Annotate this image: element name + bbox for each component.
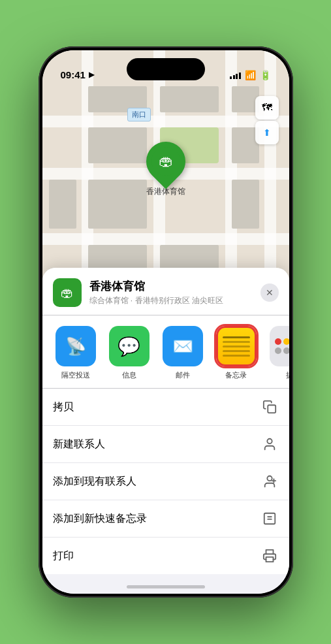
venue-detail: 综合体育馆 · 香港特别行政区 油尖旺区 — [89, 295, 260, 306]
copy-label: 拷贝 — [53, 400, 74, 414]
pin-inner: 🏟 — [151, 147, 180, 176]
dot-red — [275, 338, 281, 345]
close-button[interactable]: ✕ — [260, 283, 279, 302]
building-2 — [160, 86, 219, 112]
dot-yellow — [283, 338, 289, 345]
signal-icon — [230, 71, 241, 79]
road-h-3 — [42, 233, 289, 245]
notes-line-2 — [223, 341, 250, 343]
notes-line-1 — [223, 336, 250, 338]
print-label: 打印 — [53, 549, 74, 563]
status-time: 09:41 ▶ — [61, 69, 94, 80]
copy-icon — [260, 398, 279, 416]
signal-bar-3 — [236, 74, 238, 79]
svg-point-1 — [267, 439, 272, 443]
more-dots-row-2 — [275, 347, 289, 354]
phone-frame: 09:41 ▶ 📶 🔋 — [39, 46, 293, 598]
status-icons: 📶 🔋 — [230, 70, 271, 80]
new-contact-label: 新建联系人 — [53, 438, 105, 451]
phone-screen: 09:41 ▶ 📶 🔋 — [42, 50, 289, 594]
layers-icon: 🗺 — [262, 102, 272, 114]
more-label: 提 — [286, 370, 289, 380]
map-label-nankou: 南口 — [127, 108, 151, 121]
svg-point-2 — [267, 476, 272, 481]
building-6 — [49, 180, 76, 229]
messages-icon-wrap: 💬 — [109, 326, 150, 366]
action-print[interactable]: 打印 — [42, 538, 289, 574]
pin-shape: 🏟 — [138, 134, 193, 189]
more-dots-container — [270, 332, 289, 361]
location-pin: 🏟 香港体育馆 — [146, 142, 185, 197]
dynamic-island — [127, 58, 205, 80]
building-4 — [88, 127, 147, 163]
mail-icon: ✉️ — [172, 336, 193, 357]
signal-bar-2 — [233, 75, 235, 79]
share-messages[interactable]: 💬 信息 — [106, 326, 152, 380]
signal-bar-4 — [239, 72, 241, 79]
action-add-existing-contact[interactable]: 添加到现有联系人 — [42, 463, 289, 500]
add-existing-contact-label: 添加到现有联系人 — [53, 475, 136, 489]
share-notes[interactable]: 备忘录 — [213, 326, 259, 380]
airdrop-label: 隔空投送 — [61, 370, 90, 380]
signal-bar-1 — [230, 76, 232, 79]
airdrop-icon-wrap: 📡 — [55, 326, 96, 366]
stadium-icon: 🏟 — [159, 153, 173, 170]
wifi-icon: 📶 — [245, 70, 256, 80]
action-add-quick-note[interactable]: 添加到新快速备忘录 — [42, 500, 289, 538]
share-row: 📡 隔空投送 💬 信息 ✉️ 邮件 — [42, 315, 289, 389]
venue-logo: 🏟 — [53, 278, 82, 307]
road-h-1 — [42, 116, 289, 127]
mail-icon-wrap: ✉️ — [163, 326, 203, 366]
more-icon-wrap — [270, 326, 289, 366]
share-more[interactable]: 提 — [267, 326, 289, 380]
action-list: 拷贝 新建联系人 — [42, 389, 289, 574]
notes-line-4 — [223, 350, 250, 352]
venue-name: 香港体育馆 — [89, 279, 260, 294]
share-airdrop[interactable]: 📡 隔空投送 — [53, 326, 99, 380]
notes-icon-wrap — [216, 326, 257, 366]
action-new-contact[interactable]: 新建联系人 — [42, 426, 289, 463]
map-layers-button[interactable]: 🗺 — [255, 96, 279, 120]
building-8 — [232, 180, 259, 229]
mail-label: 邮件 — [176, 370, 190, 380]
home-indicator — [127, 585, 205, 588]
bottom-sheet: 🏟 香港体育馆 综合体育馆 · 香港特别行政区 油尖旺区 ✕ 📡 隔空投送 — [42, 268, 289, 594]
my-location-button[interactable]: ⬆ — [255, 121, 279, 144]
notes-line-3 — [223, 346, 250, 347]
share-mail[interactable]: ✉️ 邮件 — [160, 326, 206, 380]
add-quick-note-icon — [260, 509, 279, 528]
svg-rect-8 — [266, 557, 273, 562]
new-contact-icon — [260, 435, 279, 453]
action-copy[interactable]: 拷贝 — [42, 389, 289, 426]
venue-icon: 🏟 — [61, 285, 74, 300]
notes-label: 备忘录 — [225, 370, 247, 380]
print-icon — [260, 547, 279, 565]
map-controls: 🗺 ⬆ — [255, 96, 279, 144]
location-header: 🏟 香港体育馆 综合体育馆 · 香港特别行政区 油尖旺区 ✕ — [42, 268, 289, 315]
location-info: 香港体育馆 综合体育馆 · 香港特别行政区 油尖旺区 — [89, 279, 260, 306]
airdrop-icon: 📡 — [65, 336, 86, 357]
dot-gray-2 — [283, 347, 289, 354]
location-indicator: ▶ — [89, 71, 94, 79]
messages-label: 信息 — [122, 370, 136, 380]
messages-icon: 💬 — [118, 336, 140, 357]
dot-gray-1 — [275, 347, 281, 354]
battery-icon: 🔋 — [260, 70, 271, 80]
notes-line-5 — [223, 355, 250, 357]
more-dots-row-1 — [275, 338, 289, 345]
location-arrow-icon: ⬆ — [263, 127, 271, 138]
notes-lines — [218, 331, 255, 362]
building-7 — [88, 180, 147, 229]
add-existing-contact-icon — [260, 472, 279, 491]
close-icon: ✕ — [266, 287, 274, 298]
time-display: 09:41 — [61, 69, 86, 80]
svg-rect-0 — [268, 405, 276, 413]
add-quick-note-label: 添加到新快速备忘录 — [53, 512, 147, 526]
